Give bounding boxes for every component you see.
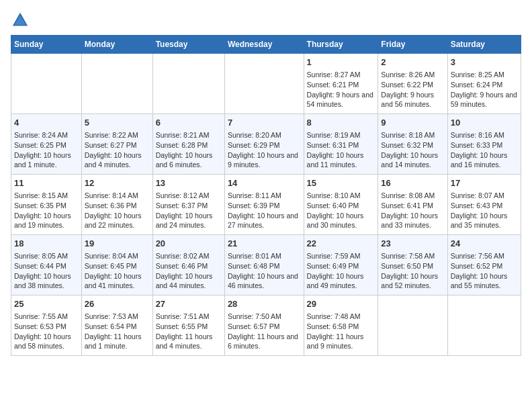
day-info: Sunrise: 7:53 AM Sunset: 6:54 PM Dayligh… bbox=[85, 312, 150, 351]
calendar-cell bbox=[378, 295, 447, 356]
weekday-header-thursday: Thursday bbox=[304, 36, 378, 54]
calendar-cell: 24Sunrise: 7:56 AM Sunset: 6:52 PM Dayli… bbox=[447, 235, 521, 295]
day-number: 10 bbox=[451, 117, 518, 129]
day-number: 21 bbox=[228, 238, 301, 250]
calendar-cell bbox=[81, 54, 152, 114]
calendar-week-3: 18Sunrise: 8:05 AM Sunset: 6:44 PM Dayli… bbox=[11, 235, 521, 295]
calendar-cell: 5Sunrise: 8:22 AM Sunset: 6:27 PM Daylig… bbox=[81, 114, 152, 175]
day-number: 6 bbox=[156, 117, 222, 129]
day-info: Sunrise: 8:24 AM Sunset: 6:25 PM Dayligh… bbox=[14, 130, 79, 170]
day-number: 1 bbox=[307, 56, 375, 68]
calendar-cell: 18Sunrise: 8:05 AM Sunset: 6:44 PM Dayli… bbox=[11, 235, 82, 295]
calendar-cell: 29Sunrise: 7:48 AM Sunset: 6:58 PM Dayli… bbox=[304, 295, 378, 356]
day-info: Sunrise: 8:26 AM Sunset: 6:22 PM Dayligh… bbox=[381, 70, 444, 109]
day-info: Sunrise: 8:20 AM Sunset: 6:29 PM Dayligh… bbox=[228, 130, 301, 170]
calendar-table: SundayMondayTuesdayWednesdayThursdayFrid… bbox=[11, 35, 521, 356]
calendar-cell: 15Sunrise: 8:10 AM Sunset: 6:40 PM Dayli… bbox=[304, 175, 378, 235]
logo-icon bbox=[11, 11, 30, 30]
day-number: 20 bbox=[156, 238, 222, 250]
day-info: Sunrise: 8:15 AM Sunset: 6:35 PM Dayligh… bbox=[14, 191, 79, 230]
calendar-week-2: 11Sunrise: 8:15 AM Sunset: 6:35 PM Dayli… bbox=[11, 175, 521, 235]
calendar-cell: 13Sunrise: 8:12 AM Sunset: 6:37 PM Dayli… bbox=[152, 175, 224, 235]
calendar-cell: 3Sunrise: 8:25 AM Sunset: 6:24 PM Daylig… bbox=[447, 54, 521, 114]
day-info: Sunrise: 7:59 AM Sunset: 6:49 PM Dayligh… bbox=[307, 251, 375, 291]
day-info: Sunrise: 8:14 AM Sunset: 6:36 PM Dayligh… bbox=[85, 191, 150, 230]
day-number: 15 bbox=[307, 177, 375, 189]
calendar-cell: 8Sunrise: 8:19 AM Sunset: 6:31 PM Daylig… bbox=[304, 114, 378, 175]
day-number: 14 bbox=[228, 177, 301, 189]
weekday-header-friday: Friday bbox=[378, 36, 447, 54]
day-info: Sunrise: 8:12 AM Sunset: 6:37 PM Dayligh… bbox=[156, 191, 222, 230]
day-info: Sunrise: 8:01 AM Sunset: 6:48 PM Dayligh… bbox=[228, 251, 301, 291]
calendar-cell: 12Sunrise: 8:14 AM Sunset: 6:36 PM Dayli… bbox=[81, 175, 152, 235]
calendar-cell: 21Sunrise: 8:01 AM Sunset: 6:48 PM Dayli… bbox=[224, 235, 304, 295]
calendar-cell bbox=[11, 54, 82, 114]
calendar-cell bbox=[152, 54, 224, 114]
day-info: Sunrise: 8:25 AM Sunset: 6:24 PM Dayligh… bbox=[451, 70, 518, 109]
day-number: 12 bbox=[85, 177, 150, 189]
day-info: Sunrise: 8:08 AM Sunset: 6:41 PM Dayligh… bbox=[381, 191, 444, 230]
calendar-week-4: 25Sunrise: 7:55 AM Sunset: 6:53 PM Dayli… bbox=[11, 295, 521, 356]
day-info: Sunrise: 8:11 AM Sunset: 6:39 PM Dayligh… bbox=[228, 191, 301, 230]
calendar-cell: 4Sunrise: 8:24 AM Sunset: 6:25 PM Daylig… bbox=[11, 114, 82, 175]
day-info: Sunrise: 8:21 AM Sunset: 6:28 PM Dayligh… bbox=[156, 130, 222, 170]
day-number: 5 bbox=[85, 117, 150, 129]
weekday-header-sunday: Sunday bbox=[11, 36, 82, 54]
day-number: 27 bbox=[156, 298, 222, 310]
day-info: Sunrise: 8:27 AM Sunset: 6:21 PM Dayligh… bbox=[307, 70, 375, 109]
calendar-cell: 22Sunrise: 7:59 AM Sunset: 6:49 PM Dayli… bbox=[304, 235, 378, 295]
day-info: Sunrise: 7:51 AM Sunset: 6:55 PM Dayligh… bbox=[156, 312, 222, 351]
day-info: Sunrise: 7:56 AM Sunset: 6:52 PM Dayligh… bbox=[451, 251, 518, 291]
calendar-cell: 9Sunrise: 8:18 AM Sunset: 6:32 PM Daylig… bbox=[378, 114, 447, 175]
day-info: Sunrise: 8:04 AM Sunset: 6:45 PM Dayligh… bbox=[85, 251, 150, 291]
calendar-cell: 1Sunrise: 8:27 AM Sunset: 6:21 PM Daylig… bbox=[304, 54, 378, 114]
day-info: Sunrise: 8:02 AM Sunset: 6:46 PM Dayligh… bbox=[156, 251, 222, 291]
day-info: Sunrise: 8:22 AM Sunset: 6:27 PM Dayligh… bbox=[85, 130, 150, 170]
day-number: 26 bbox=[85, 298, 150, 310]
day-number: 4 bbox=[14, 117, 79, 129]
calendar-cell: 14Sunrise: 8:11 AM Sunset: 6:39 PM Dayli… bbox=[224, 175, 304, 235]
logo bbox=[11, 11, 32, 30]
day-number: 9 bbox=[381, 117, 444, 129]
day-number: 28 bbox=[228, 298, 301, 310]
calendar-cell bbox=[447, 295, 521, 356]
day-number: 13 bbox=[156, 177, 222, 189]
day-info: Sunrise: 7:50 AM Sunset: 6:57 PM Dayligh… bbox=[228, 312, 301, 351]
calendar-cell: 6Sunrise: 8:21 AM Sunset: 6:28 PM Daylig… bbox=[152, 114, 224, 175]
day-number: 25 bbox=[14, 298, 79, 310]
day-info: Sunrise: 7:58 AM Sunset: 6:50 PM Dayligh… bbox=[381, 251, 444, 291]
weekday-header-saturday: Saturday bbox=[447, 36, 521, 54]
calendar-cell: 19Sunrise: 8:04 AM Sunset: 6:45 PM Dayli… bbox=[81, 235, 152, 295]
day-number: 24 bbox=[451, 238, 518, 250]
calendar-cell: 28Sunrise: 7:50 AM Sunset: 6:57 PM Dayli… bbox=[224, 295, 304, 356]
day-number: 17 bbox=[451, 177, 518, 189]
calendar-cell: 10Sunrise: 8:16 AM Sunset: 6:33 PM Dayli… bbox=[447, 114, 521, 175]
day-number: 23 bbox=[381, 238, 444, 250]
day-number: 22 bbox=[307, 238, 375, 250]
calendar-cell bbox=[224, 54, 304, 114]
day-info: Sunrise: 8:19 AM Sunset: 6:31 PM Dayligh… bbox=[307, 130, 375, 170]
day-number: 8 bbox=[307, 117, 375, 129]
day-info: Sunrise: 8:07 AM Sunset: 6:43 PM Dayligh… bbox=[451, 191, 518, 230]
day-info: Sunrise: 7:55 AM Sunset: 6:53 PM Dayligh… bbox=[14, 312, 79, 351]
page-header bbox=[11, 11, 521, 30]
calendar-cell: 11Sunrise: 8:15 AM Sunset: 6:35 PM Dayli… bbox=[11, 175, 82, 235]
day-number: 19 bbox=[85, 238, 150, 250]
weekday-header-wednesday: Wednesday bbox=[224, 36, 304, 54]
calendar-week-0: 1Sunrise: 8:27 AM Sunset: 6:21 PM Daylig… bbox=[11, 54, 521, 114]
calendar-cell: 2Sunrise: 8:26 AM Sunset: 6:22 PM Daylig… bbox=[378, 54, 447, 114]
day-number: 29 bbox=[307, 298, 375, 310]
day-number: 18 bbox=[14, 238, 79, 250]
day-info: Sunrise: 8:18 AM Sunset: 6:32 PM Dayligh… bbox=[381, 130, 444, 170]
day-number: 3 bbox=[451, 56, 518, 68]
day-info: Sunrise: 8:05 AM Sunset: 6:44 PM Dayligh… bbox=[14, 251, 79, 291]
calendar-cell: 25Sunrise: 7:55 AM Sunset: 6:53 PM Dayli… bbox=[11, 295, 82, 356]
calendar-cell: 27Sunrise: 7:51 AM Sunset: 6:55 PM Dayli… bbox=[152, 295, 224, 356]
calendar-header-row: SundayMondayTuesdayWednesdayThursdayFrid… bbox=[11, 36, 521, 54]
day-number: 7 bbox=[228, 117, 301, 129]
weekday-header-tuesday: Tuesday bbox=[152, 36, 224, 54]
calendar-cell: 23Sunrise: 7:58 AM Sunset: 6:50 PM Dayli… bbox=[378, 235, 447, 295]
day-number: 11 bbox=[14, 177, 79, 189]
day-number: 2 bbox=[381, 56, 444, 68]
calendar-cell: 7Sunrise: 8:20 AM Sunset: 6:29 PM Daylig… bbox=[224, 114, 304, 175]
